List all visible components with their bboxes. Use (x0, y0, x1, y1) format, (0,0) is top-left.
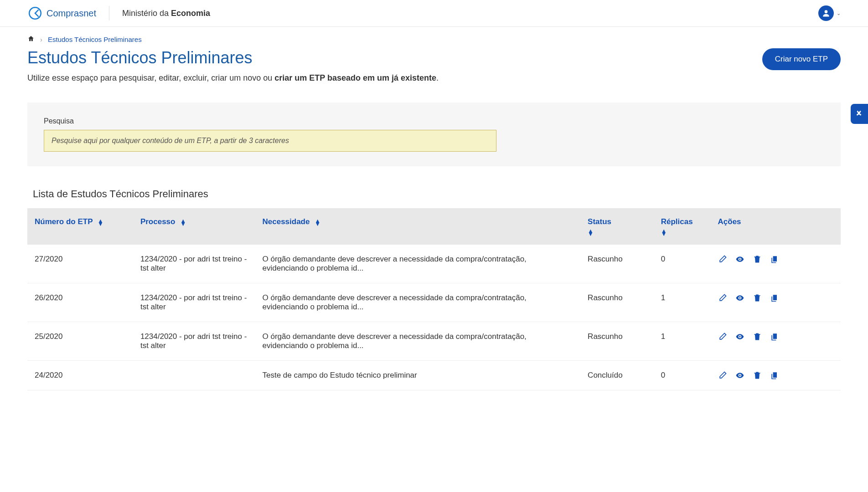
page-description: Utilize esse espaço para pesquisar, edit… (27, 72, 762, 84)
cell-etp: 25/2020 (27, 322, 133, 361)
cell-actions (711, 245, 841, 283)
search-panel: Pesquisa (27, 102, 841, 166)
home-icon[interactable] (27, 35, 35, 44)
col-header-processo[interactable]: Processo ▲▼ (133, 208, 255, 245)
sort-icon[interactable]: ▲▼ (98, 219, 103, 226)
create-etp-button[interactable]: Criar novo ETP (762, 48, 841, 70)
cell-processo: 1234/2020 - por adri tst treino - tst al… (133, 245, 255, 283)
cell-status: Rascunho (580, 245, 654, 283)
etp-table: Número do ETP ▲▼ Processo ▲▼ Necessidade… (27, 208, 841, 390)
avatar (818, 5, 834, 21)
search-label: Pesquisa (44, 117, 824, 125)
chevron-down-icon: ⌄ (837, 10, 841, 16)
edit-icon[interactable] (718, 293, 727, 302)
copy-icon[interactable] (770, 371, 779, 380)
table-row: 27/20201234/2020 - por adri tst treino -… (27, 245, 841, 283)
view-icon[interactable] (735, 255, 744, 264)
header-left: Comprasnet Ministério da Economia (27, 5, 210, 21)
cell-status: Rascunho (580, 322, 654, 361)
search-input[interactable] (44, 130, 496, 152)
table-row: 25/20201234/2020 - por adri tst treino -… (27, 322, 841, 361)
table-row: 26/20201234/2020 - por adri tst treino -… (27, 283, 841, 322)
cell-replicas: 1 (654, 322, 711, 361)
col-header-replicas[interactable]: Réplicas ▲▼ (654, 208, 711, 245)
cell-processo (133, 361, 255, 390)
sort-icon[interactable]: ▲▼ (661, 229, 703, 236)
edit-icon[interactable] (718, 332, 727, 341)
breadcrumb-separator: › (40, 36, 42, 43)
table-row: 24/2020Teste de campo do Estudo técnico … (27, 361, 841, 390)
cell-status: Concluído (580, 361, 654, 390)
svg-point-1 (825, 10, 828, 13)
col-header-necessidade[interactable]: Necessidade ▲▼ (255, 208, 581, 245)
edit-icon[interactable] (718, 371, 727, 380)
cell-actions (711, 322, 841, 361)
copy-icon[interactable] (770, 332, 779, 341)
accessibility-button[interactable] (851, 104, 868, 124)
cell-necessidade: O órgão demandante deve descrever a nece… (255, 245, 581, 283)
view-icon[interactable] (735, 332, 744, 341)
breadcrumb-link[interactable]: Estudos Técnicos Preliminares (48, 36, 142, 43)
col-header-status[interactable]: Status ▲▼ (580, 208, 654, 245)
cell-etp: 27/2020 (27, 245, 133, 283)
brand-text: Comprasnet (46, 8, 96, 19)
page-head: Estudos Técnicos Preliminares Utilize es… (0, 44, 868, 93)
sort-icon[interactable]: ▲▼ (315, 219, 320, 226)
copy-icon[interactable] (770, 255, 779, 264)
cell-replicas: 0 (654, 245, 711, 283)
user-menu[interactable]: ⌄ (818, 5, 841, 21)
col-header-etp[interactable]: Número do ETP ▲▼ (27, 208, 133, 245)
breadcrumb: › Estudos Técnicos Preliminares (0, 27, 868, 44)
col-header-acoes: Ações (711, 208, 841, 245)
list-title: Lista de Estudos Técnicos Preliminares (0, 175, 868, 208)
cell-necessidade: O órgão demandante deve descrever a nece… (255, 322, 581, 361)
delete-icon[interactable] (753, 293, 762, 302)
view-icon[interactable] (735, 371, 744, 380)
accessibility-icon (854, 109, 864, 119)
copy-icon[interactable] (770, 293, 779, 302)
cell-actions (711, 361, 841, 390)
sort-icon[interactable]: ▲▼ (180, 219, 186, 226)
cell-necessidade: Teste de campo do Estudo técnico prelimi… (255, 361, 581, 390)
sort-icon[interactable]: ▲▼ (588, 229, 646, 236)
app-header: Comprasnet Ministério da Economia ⌄ (0, 0, 868, 27)
cell-etp: 26/2020 (27, 283, 133, 322)
delete-icon[interactable] (753, 332, 762, 341)
delete-icon[interactable] (753, 371, 762, 380)
brand-logo[interactable]: Comprasnet (27, 5, 96, 21)
cell-actions (711, 283, 841, 322)
cell-replicas: 1 (654, 283, 711, 322)
cell-processo: 1234/2020 - por adri tst treino - tst al… (133, 283, 255, 322)
page-title: Estudos Técnicos Preliminares (27, 48, 762, 67)
comprasnet-logo-icon (27, 5, 43, 21)
header-divider (109, 6, 109, 20)
cell-etp: 24/2020 (27, 361, 133, 390)
edit-icon[interactable] (718, 255, 727, 264)
cell-status: Rascunho (580, 283, 654, 322)
ministry-label: Ministério da Economia (122, 9, 210, 18)
user-icon (822, 9, 831, 18)
cell-replicas: 0 (654, 361, 711, 390)
cell-necessidade: O órgão demandante deve descrever a nece… (255, 283, 581, 322)
delete-icon[interactable] (753, 255, 762, 264)
view-icon[interactable] (735, 293, 744, 302)
cell-processo: 1234/2020 - por adri tst treino - tst al… (133, 322, 255, 361)
